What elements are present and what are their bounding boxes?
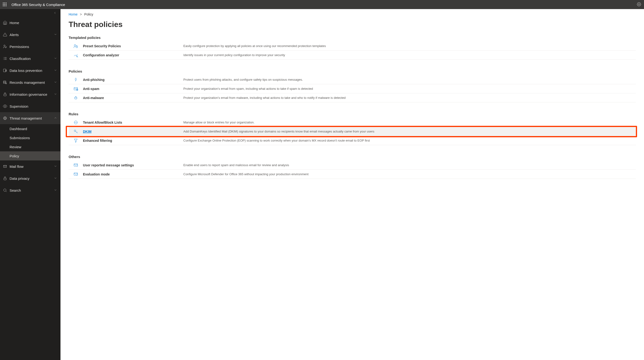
sidebar-item-label: Information governance xyxy=(10,92,52,96)
svg-marker-49 xyxy=(74,139,77,142)
policy-row-config-analyzer[interactable]: Configuration analyzer Identify issues i… xyxy=(68,51,636,60)
sidebar-item-records[interactable]: Records management xyxy=(0,76,60,88)
policy-row-desc: Protect users from phishing attacks, and… xyxy=(183,78,636,81)
section-policies: Policies Anti-phishing Protect users fro… xyxy=(68,69,636,102)
breadcrumb-home[interactable]: Home xyxy=(68,12,78,16)
sidebar-sub-submissions[interactable]: Submissions xyxy=(0,133,60,142)
svg-point-3 xyxy=(4,45,5,46)
dkim-link[interactable]: DKIM xyxy=(83,130,92,134)
antiphishing-icon xyxy=(68,77,83,82)
sidebar-item-dlp[interactable]: Data loss prevention xyxy=(0,64,60,76)
policy-row-user-reported[interactable]: User reported message settings Enable en… xyxy=(68,161,636,170)
policy-row-antimalware[interactable]: Anti-malware Protect your organization's… xyxy=(68,93,636,102)
section-title: Policies xyxy=(68,69,636,73)
app-title: Office 365 Security & Compliance xyxy=(12,3,65,7)
chevron-up-icon xyxy=(54,116,58,120)
policy-row-desc: Enable end users to report spam and mali… xyxy=(183,163,636,167)
policy-row-desc: Add DomainKeys Identified Mail (DKIM) si… xyxy=(183,130,636,133)
sidebar-sub-dashboard[interactable]: Dashboard xyxy=(0,124,60,133)
sidebar-sub-policy[interactable]: Policy xyxy=(0,151,60,161)
svg-point-39 xyxy=(75,97,77,99)
svg-rect-17 xyxy=(4,94,6,96)
policy-row-title: Anti-spam xyxy=(83,87,183,91)
sidebar-item-home[interactable]: Home xyxy=(0,17,60,29)
sidebar-item-alerts[interactable]: Alerts xyxy=(0,29,60,41)
breadcrumb-current: Policy xyxy=(84,12,93,16)
svg-line-43 xyxy=(76,97,77,97)
user-reported-icon xyxy=(68,163,83,168)
svg-point-0 xyxy=(638,3,640,5)
settings-icon[interactable] xyxy=(637,2,641,7)
sidebar-item-label: Home xyxy=(10,21,58,25)
svg-line-45 xyxy=(76,99,77,99)
chevron-down-icon xyxy=(54,92,58,96)
sidebar-item-mailflow[interactable]: Mail flow xyxy=(0,161,60,172)
sidebar-item-dataprivacy[interactable]: Data privacy xyxy=(0,172,60,184)
sidebar-item-supervision[interactable]: Supervision xyxy=(0,100,60,112)
sidebar-item-search[interactable]: Search xyxy=(0,184,60,196)
section-others: Others User reported message settings En… xyxy=(68,155,636,179)
sidebar-item-label: Records management xyxy=(10,80,52,85)
sidebar-item-label: Supervision xyxy=(10,104,58,108)
sidebar-item-permissions[interactable]: Permissions xyxy=(0,41,60,52)
sidebar-item-label: Alerts xyxy=(10,33,52,37)
sidebar-item-label: Classification xyxy=(10,57,52,61)
svg-rect-33 xyxy=(76,46,78,47)
sidebar-sub-label: Submissions xyxy=(10,136,30,140)
svg-point-19 xyxy=(4,117,6,119)
antimalware-icon xyxy=(68,95,83,100)
chevron-down-icon xyxy=(54,177,58,180)
svg-point-32 xyxy=(74,44,76,46)
home-icon xyxy=(3,20,7,25)
preset-policies-icon xyxy=(68,44,83,48)
app-launcher-icon[interactable] xyxy=(3,3,7,6)
sidebar-item-label: Permissions xyxy=(10,45,58,49)
sidebar-item-threat[interactable]: Threat management xyxy=(0,112,60,124)
policy-row-antiphishing[interactable]: Anti-phishing Protect users from phishin… xyxy=(68,75,636,84)
policy-row-desc: Configure Exchange Online Protection (EO… xyxy=(183,139,636,142)
policy-row-preset[interactable]: Preset Security Policies Easily configur… xyxy=(68,41,636,51)
mail-icon xyxy=(3,164,7,169)
breadcrumb-sep: > xyxy=(80,12,82,16)
dlp-icon xyxy=(3,68,7,73)
alert-icon xyxy=(3,32,7,37)
policy-row-dkim[interactable]: DKIM Add DomainKeys Identified Mail (DKI… xyxy=(68,127,636,136)
chevron-down-icon xyxy=(54,57,58,61)
section-title: Others xyxy=(68,155,636,159)
svg-rect-11 xyxy=(3,69,6,72)
svg-rect-50 xyxy=(74,164,78,166)
topbar-left: Office 365 Security & Compliance xyxy=(3,3,65,7)
sidebar-item-classification[interactable]: Classification xyxy=(0,52,60,64)
classification-icon xyxy=(3,56,7,61)
lock-icon xyxy=(3,176,7,180)
sidebar-item-label: Mail flow xyxy=(10,165,52,169)
evaluation-icon xyxy=(68,172,83,177)
dkim-icon xyxy=(68,129,83,134)
policy-row-title: Evaluation mode xyxy=(83,172,183,176)
section-templated: Templated policies Preset Security Polic… xyxy=(68,35,636,60)
chevron-down-icon xyxy=(54,165,58,169)
policy-row-enhanced-filtering[interactable]: Enhanced filtering Configure Exchange On… xyxy=(68,136,636,145)
policy-row-desc: Manage allow or block entries for your o… xyxy=(183,121,636,124)
svg-rect-51 xyxy=(74,173,78,175)
policy-row-evaluation[interactable]: Evaluation mode Configure Microsoft Defe… xyxy=(68,170,636,179)
threat-icon xyxy=(3,116,7,120)
sidebar-item-label: Data privacy xyxy=(10,177,52,180)
policy-row-title: Anti-phishing xyxy=(83,78,183,82)
section-rules: Rules Tenant Allow/Block Lists Manage al… xyxy=(68,112,636,145)
policy-row-desc: Configure Microsoft Defender for Office … xyxy=(183,172,636,176)
analyzer-icon xyxy=(68,53,83,57)
policy-row-desc: Easily configure protection by applying … xyxy=(183,44,636,48)
section-title: Templated policies xyxy=(68,35,636,40)
sidebar-sub-label: Policy xyxy=(10,154,19,158)
svg-line-44 xyxy=(75,99,75,99)
svg-point-4 xyxy=(6,46,6,47)
sidebar-item-info-gov[interactable]: Information governance xyxy=(0,88,60,100)
section-title: Rules xyxy=(68,112,636,116)
sidebar-sub-review[interactable]: Review xyxy=(0,142,60,151)
collapse-sidebar-button[interactable] xyxy=(0,9,60,17)
policy-row-antispam[interactable]: Anti-spam Protect your organization's em… xyxy=(68,84,636,93)
svg-rect-13 xyxy=(3,81,6,84)
chevron-down-icon xyxy=(54,68,58,73)
lock-icon xyxy=(3,92,7,96)
